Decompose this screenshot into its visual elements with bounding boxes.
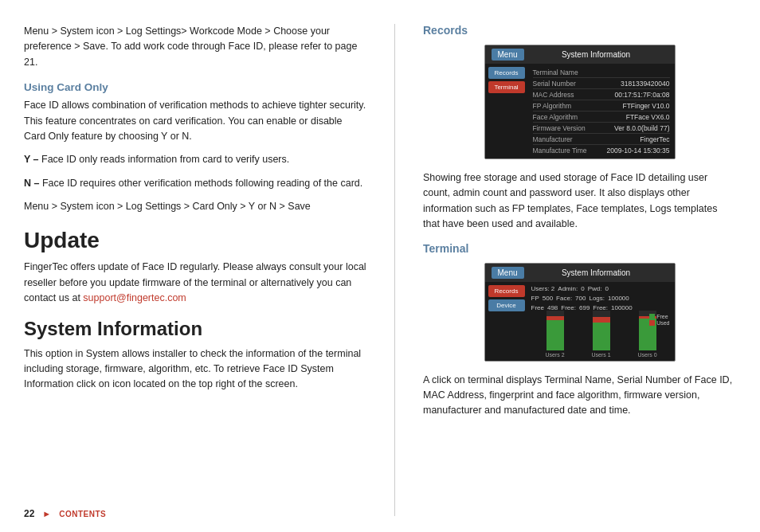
left-column: Menu > System icon > Log Settings> Workc… — [24, 24, 366, 516]
chart-legend: Free Used — [649, 314, 669, 326]
screen-row-mac: MAC Address 00:17:51:7F:0a:08 — [533, 89, 670, 100]
terminal-sidebar-device: Device — [488, 299, 525, 311]
bar-free-users2 — [546, 320, 564, 350]
card-menu-path: Menu > System icon > Log Settings > Card… — [24, 199, 366, 214]
terminal-sidebar: Records Device — [485, 282, 528, 361]
right-column: Records Menu System Information Records … — [423, 24, 736, 516]
update-body-text: FingerTec offers update of Face ID regul… — [24, 261, 366, 303]
legend-free: Free — [649, 314, 669, 319]
terminal-sidebar-records: Records — [488, 285, 525, 297]
terminal-screen-title: System Information — [524, 268, 668, 277]
y-label: Y – — [24, 154, 39, 165]
update-body: FingerTec offers update of Face ID regul… — [24, 260, 366, 306]
legend-used: Used — [649, 320, 669, 326]
terminal-heading: Terminal — [423, 242, 736, 255]
records-desc: Showing free storage and used storage of… — [423, 170, 736, 233]
page-number: 22 — [24, 508, 34, 519]
legend-free-label: Free — [656, 314, 668, 319]
terminal-content: Users: 2 Admin: 0 Pwd: 0 FP 500 Face: 70… — [528, 282, 675, 361]
records-screen-body: Records Terminal Terminal Name Serial Nu… — [485, 64, 675, 158]
screen-row-firmware: Firmware Version Ver 8.0.0(build 77) — [533, 123, 670, 134]
n-label: N – — [24, 178, 39, 189]
support-link[interactable]: support@fingertec.com — [83, 292, 186, 303]
legend-used-label: Used — [656, 320, 669, 326]
bar-used-users1 — [593, 317, 610, 323]
y-text: Face ID only reads information from card… — [41, 154, 289, 165]
screen-row-mfg-time: Manufacture Time 2009-10-14 15:30:35 — [533, 145, 670, 155]
records-sidebar-terminal: Terminal — [488, 81, 525, 93]
terminal-screen-body: Records Device Users: 2 Admin: 0 Pwd: 0 … — [485, 282, 675, 361]
intro-paragraph: Menu > System icon > Log Settings> Workc… — [24, 24, 366, 70]
bar-group-users2: Users 2 — [535, 311, 576, 358]
y-instruction: Y – Face ID only reads information from … — [24, 152, 366, 167]
screen-row-terminal-name: Terminal Name — [533, 67, 670, 78]
screen-row-serial: Serial Number 3181339420040 — [533, 78, 670, 89]
page-footer: 22 ► CONTENTS — [24, 508, 106, 519]
records-sidebar-records: Records — [488, 67, 525, 79]
sysinfo-body: This option in System allows installer t… — [24, 346, 366, 393]
legend-used-dot — [649, 320, 655, 326]
screen-row-fp-alg: FP Algorithm FTFinger V10.0 — [533, 100, 670, 111]
using-card-only-heading: Using Card Only — [24, 81, 366, 93]
terminal-bar-chart: Users 2 Users 1 — [531, 314, 672, 358]
records-menu-btn: Menu — [492, 49, 524, 61]
records-screen-title: System Information — [524, 50, 668, 59]
screen-row-face-alg: Face Algorithm FTFace VX6.0 — [533, 111, 670, 123]
using-card-only-body: Face ID allows combination of verificati… — [24, 98, 366, 144]
bar-label-users2: Users 2 — [545, 352, 564, 358]
contents-link[interactable]: CONTENTS — [59, 510, 106, 518]
bar-label-users1: Users 1 — [591, 352, 610, 358]
arrow-icon: ► — [42, 509, 51, 518]
terminal-screen: Menu System Information Records Device U… — [484, 263, 676, 362]
records-sidebar: Records Terminal — [485, 64, 528, 158]
records-heading: Records — [423, 24, 736, 37]
update-heading: Update — [24, 229, 366, 253]
records-screen: Menu System Information Records Terminal… — [484, 45, 676, 159]
n-text: Face ID requires other verification meth… — [42, 178, 362, 189]
screen-row-manufacturer: Manufacturer FingerTec — [533, 134, 670, 145]
terminal-screen-header: Menu System Information — [485, 264, 675, 282]
n-instruction: N – Face ID requires other verification … — [24, 176, 366, 191]
records-screen-header: Menu System Information — [485, 45, 675, 64]
column-divider — [394, 24, 395, 516]
sysinfo-heading: System Information — [24, 319, 366, 339]
bar-group-users1: Users 1 — [581, 311, 622, 358]
bar-free-users1 — [593, 323, 610, 350]
bar-label-users0: Users 0 — [637, 352, 656, 358]
terminal-menu-btn: Menu — [492, 267, 524, 279]
legend-free-dot — [649, 314, 655, 319]
terminal-stat-row-2: FP 500 Face: 700 Logs: 100000 — [531, 295, 672, 302]
terminal-desc: A click on terminal displays Terminal Na… — [423, 373, 736, 419]
records-content: Terminal Name Serial Number 318133942004… — [528, 64, 675, 158]
terminal-stat-row-1: Users: 2 Admin: 0 Pwd: 0 — [531, 285, 672, 292]
